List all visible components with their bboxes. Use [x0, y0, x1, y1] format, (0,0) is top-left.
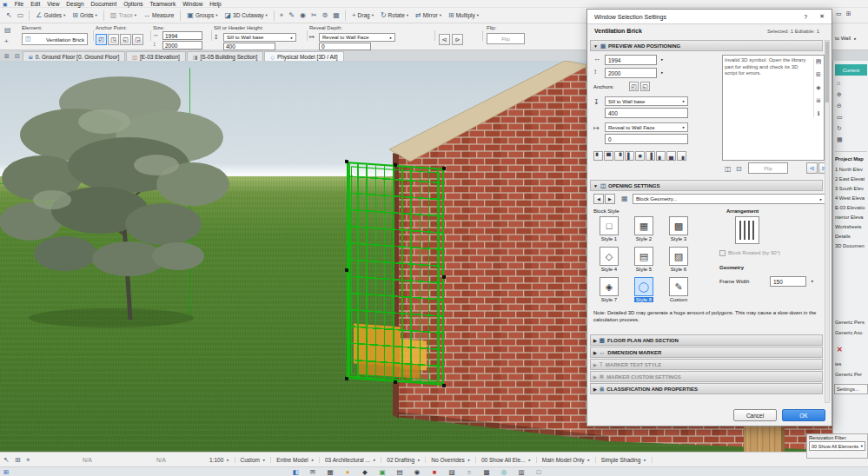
anchor-pos-icon[interactable]: ▝ [614, 151, 624, 161]
toolbar-multiply-button[interactable]: ⊞Multiply▾ [445, 10, 482, 21]
style-2-option[interactable]: ▦Style 2 [627, 216, 660, 241]
status-overrides[interactable]: No Overrides▸ [426, 457, 476, 463]
taskbar-app-icon[interactable]: □ [530, 468, 547, 476]
anchor-top-right-icon[interactable]: ◳ [108, 34, 119, 45]
nav-item-details[interactable]: Details [835, 234, 868, 239]
height-field[interactable]: 2000 [162, 41, 202, 50]
dialog-sill-value-field[interactable]: 400 [605, 108, 688, 118]
settings-button[interactable]: Settings... [834, 384, 868, 394]
taskbar-app-icon[interactable]: ✉ [304, 468, 321, 476]
mirror-left-icon[interactable]: ⊲ [806, 162, 818, 174]
taskbar-app-icon[interactable]: ◎ [495, 468, 513, 476]
orbit-icon[interactable]: ↻ [837, 125, 842, 132]
dialog-flip-button[interactable]: Flip [748, 162, 788, 174]
menu-window[interactable]: Window [179, 1, 206, 7]
nav-item-generic-axonometry[interactable]: Generic Axo [835, 330, 868, 335]
taskbar-app-icon[interactable]: ◆ [356, 468, 374, 476]
tab-s05-section[interactable]: ◨[S-05 Building Section] [187, 51, 263, 61]
anchor-bottom-right-icon[interactable]: ◲ [132, 34, 143, 45]
taskbar-app-icon[interactable]: ▨ [443, 468, 461, 476]
anchor-pos-icon[interactable]: ▖ [656, 151, 666, 161]
scissors-icon[interactable]: ✂ [308, 10, 320, 20]
start-button-icon[interactable]: ⊞ [3, 468, 9, 476]
nav-item-east-elevation[interactable]: 2 East Elevat [835, 176, 868, 182]
taskbar-app-icon[interactable]: ▥ [513, 468, 530, 476]
toolbar-groups-button[interactable]: ▣Groups▾ [183, 10, 221, 21]
preview-option-icon[interactable]: ◫ [722, 164, 734, 174]
fit-view-icon[interactable]: ▭ [837, 114, 843, 121]
prev-page-button[interactable]: ◀ [593, 194, 604, 204]
block-geometry-dropdown[interactable]: Block Geometry...▸ [633, 194, 825, 204]
selection-handle[interactable] [345, 377, 348, 380]
ventilation-brick-selection[interactable] [347, 162, 444, 386]
status-layer-combination[interactable]: 03 Architectural ...▸ [320, 457, 381, 463]
layout-icon[interactable]: ▦ [837, 136, 843, 143]
status-filter-model[interactable]: Entire Model▸ [271, 457, 320, 463]
preview-pane[interactable]: Invalid 3D symbol. Open the library part… [722, 55, 825, 161]
status-model-view[interactable]: Main Model Only▸ [537, 457, 596, 463]
scrollbar-thumb[interactable] [825, 42, 829, 102]
cancel-button[interactable]: Cancel [733, 409, 777, 421]
status-shading-mode[interactable]: Simple Shading▸ [596, 457, 653, 463]
dialog-height-field[interactable]: 2000 [605, 68, 657, 78]
status-zoom[interactable]: Custom▸ [235, 457, 272, 463]
flyout-arrow-icon[interactable]: ▸ [661, 57, 663, 62]
anchor-sill-icon[interactable]: ◰ [629, 82, 639, 91]
section-marker-custom[interactable]: ▶✱MARKER CUSTOM SETTINGS [590, 371, 823, 382]
status-renovation[interactable]: 00 Show All Ele...▸ [476, 457, 537, 463]
zoom-in-icon[interactable]: ⊕ [837, 91, 842, 98]
taskbar-app-icon[interactable]: ▦ [321, 468, 339, 476]
preview-2d-icon[interactable]: ▤ [816, 58, 822, 65]
sill-value-field[interactable]: 400 [223, 43, 275, 50]
reveal-value-field[interactable]: 0 [319, 43, 371, 50]
preview-info-icon[interactable]: ℹ [818, 110, 820, 117]
taskbar-app-icon[interactable]: ▤ [391, 468, 408, 476]
menu-design[interactable]: Design [63, 1, 87, 7]
target-icon[interactable]: ⌖ [277, 10, 287, 21]
frame-width-field[interactable]: 150 [770, 276, 806, 287]
anchor-pos-icon[interactable]: ■ [635, 151, 645, 161]
selection-handle[interactable] [394, 163, 397, 167]
dialog-width-field[interactable]: 1994 [605, 55, 657, 65]
style-3-option[interactable]: ▩Style 3 [662, 216, 695, 241]
selection-handle[interactable] [442, 275, 446, 279]
circle-tool-icon[interactable]: ◉ [297, 10, 308, 20]
anchor-pos-icon[interactable]: ▗ [677, 151, 686, 161]
current-view-badge[interactable]: Current [835, 64, 867, 76]
section-marker-text-style[interactable]: ▶TMARKER TEXT STYLE [590, 359, 823, 370]
reveal-mode-dropdown[interactable]: Reveal to Wall Face▸ [319, 33, 395, 42]
anchor-pos-icon[interactable]: ▀ [604, 151, 613, 161]
anchor-header-icon[interactable]: ◱ [640, 82, 650, 91]
nav-item-south-elevation[interactable]: 3 South Elev [835, 186, 868, 191]
tab-3d-physical-model[interactable]: ◇Physical Model [3D / All] [264, 51, 343, 61]
section-floor-plan[interactable]: ▶▦FLOOR PLAN AND SECTION [590, 334, 823, 346]
home-icon[interactable]: ⌂ [837, 80, 840, 86]
close-icon[interactable]: ✕ [819, 13, 825, 20]
style-5-option[interactable]: ▤Style 5 [627, 247, 660, 272]
style-8-option-selected[interactable]: ◯Style 8 [627, 277, 660, 302]
ok-button[interactable]: OK [782, 409, 825, 421]
infobox-add-icon[interactable]: + [2, 36, 11, 46]
selection-handle[interactable] [345, 268, 348, 272]
menu-teamwork[interactable]: Teamwork [147, 1, 180, 7]
toolbar-drag-button[interactable]: +Drag▾ [348, 10, 377, 21]
anchor-pos-icon[interactable]: ▄ [666, 151, 676, 161]
flip-button[interactable]: Flip [487, 33, 525, 44]
preview-3d-icon[interactable]: ◈ [816, 84, 820, 91]
grid-snap-icon[interactable]: ⊞ [15, 456, 21, 464]
toolbar-rotate-button[interactable]: ↻Rotate▾ [377, 10, 412, 21]
taskbar-app-icon[interactable]: ◉ [408, 468, 426, 476]
nav-item-3d-documents[interactable]: 3D Documen [835, 243, 868, 248]
toolbar-mirror-button[interactable]: ⇄Mirror▾ [412, 10, 445, 21]
taskbar-app-icon[interactable]: ■ [426, 468, 443, 476]
grid-icon[interactable]: ▦ [330, 10, 342, 20]
menu-view[interactable]: View [43, 1, 63, 7]
next-page-button[interactable]: ▶ [605, 194, 615, 204]
infobox-list-icon[interactable]: ▤ [2, 25, 14, 35]
preview-list-icon[interactable]: ≣ [816, 97, 821, 104]
nav-item-west-elevation[interactable]: 4 West Eleva [835, 195, 868, 201]
dialog-reveal-mode-dropdown[interactable]: Reveal to Wall Face▸ [605, 122, 688, 132]
selection-handle[interactable] [442, 384, 446, 387]
toolbar-trace-button[interactable]: ▥Trace▾ [107, 10, 140, 21]
arrow-tool-icon[interactable]: ↖ [3, 10, 15, 20]
